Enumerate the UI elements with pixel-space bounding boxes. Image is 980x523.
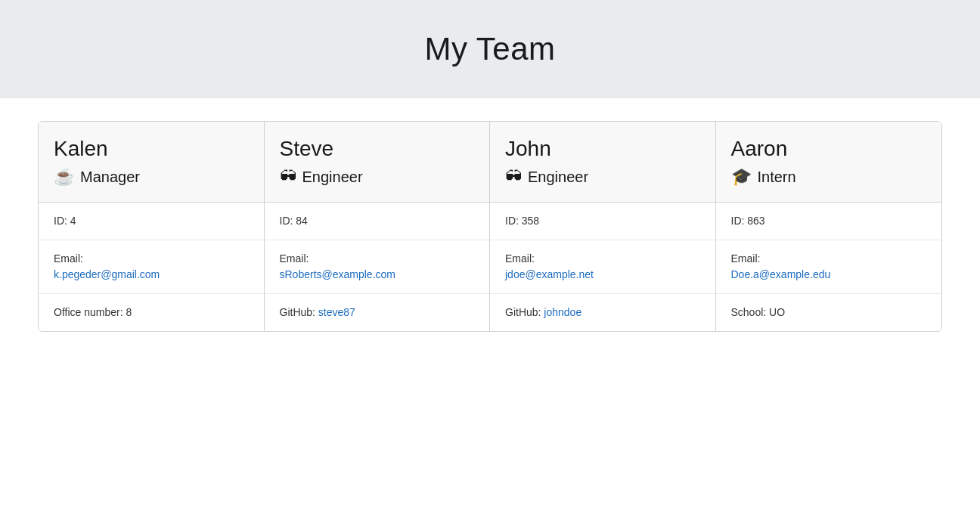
- id-label: ID: 358: [505, 215, 539, 227]
- glasses-icon: 🕶: [505, 167, 522, 187]
- role-label: Engineer: [528, 169, 588, 186]
- card-details: ID: 863 Email: Doe.a@example.edu School:…: [716, 203, 942, 331]
- card-details: ID: 4 Email: k.pegeder@gmail.com Office …: [39, 203, 264, 331]
- email-link[interactable]: k.pegeder@gmail.com: [54, 268, 160, 280]
- extra-link[interactable]: steve87: [318, 306, 355, 318]
- email-row: Email: jdoe@example.net: [490, 240, 715, 294]
- member-role: 🕶 Engineer: [505, 167, 700, 187]
- id-label: ID: 84: [280, 215, 308, 227]
- id-row: ID: 863: [716, 203, 942, 240]
- id-label: ID: 4: [54, 215, 76, 227]
- id-label: ID: 863: [731, 215, 765, 227]
- team-grid: Kalen ☕ Manager ID: 4 Email: k.pegeder@g…: [38, 121, 942, 332]
- email-row: Email: k.pegeder@gmail.com: [39, 240, 264, 294]
- extra-link[interactable]: johndoe: [544, 306, 581, 318]
- extra-row: School: UO: [716, 294, 942, 331]
- role-label: Manager: [80, 169, 140, 186]
- email-link[interactable]: jdoe@example.net: [505, 268, 594, 280]
- extra-label: Office number: 8: [54, 306, 132, 318]
- email-row: Email: sRoberts@example.com: [265, 240, 490, 294]
- member-role: 🕶 Engineer: [280, 167, 475, 187]
- email-link[interactable]: sRoberts@example.com: [280, 268, 396, 280]
- id-row: ID: 358: [490, 203, 715, 240]
- team-card-aaron: Aaron 🎓 Intern ID: 863 Email: Doe.a@exam…: [716, 122, 942, 331]
- email-label: Email:: [731, 252, 761, 265]
- member-role: ☕ Manager: [54, 167, 249, 187]
- role-label: Intern: [758, 169, 796, 186]
- extra-label: GitHub:: [505, 306, 544, 318]
- page-header: My Team: [0, 0, 980, 98]
- team-card-john: John 🕶 Engineer ID: 358 Email: jdoe@exam…: [490, 122, 716, 331]
- card-header: John 🕶 Engineer: [490, 122, 715, 203]
- role-label: Engineer: [302, 169, 363, 186]
- member-name: Aaron: [731, 137, 927, 161]
- email-label: Email:: [280, 252, 309, 265]
- team-card-kalen: Kalen ☕ Manager ID: 4 Email: k.pegeder@g…: [39, 122, 265, 331]
- extra-row: Office number: 8: [39, 294, 264, 331]
- member-role: 🎓 Intern: [731, 167, 927, 187]
- card-details: ID: 84 Email: sRoberts@example.com GitHu…: [265, 203, 490, 331]
- email-label: Email:: [505, 252, 535, 265]
- graduation-cap-icon: 🎓: [731, 167, 752, 187]
- email-row: Email: Doe.a@example.edu: [716, 240, 942, 294]
- card-header: Kalen ☕ Manager: [39, 122, 264, 203]
- card-details: ID: 358 Email: jdoe@example.net GitHub: …: [490, 203, 715, 331]
- extra-label: School: UO: [731, 306, 786, 318]
- main-content: Kalen ☕ Manager ID: 4 Email: k.pegeder@g…: [0, 98, 980, 354]
- card-header: Aaron 🎓 Intern: [716, 122, 942, 203]
- team-card-steve: Steve 🕶 Engineer ID: 84 Email: sRoberts@…: [265, 122, 491, 331]
- card-header: Steve 🕶 Engineer: [265, 122, 490, 203]
- extra-label: GitHub:: [280, 306, 318, 318]
- coffee-icon: ☕: [54, 167, 74, 187]
- page-title: My Team: [424, 31, 555, 67]
- member-name: Steve: [280, 137, 475, 161]
- id-row: ID: 84: [265, 203, 490, 240]
- email-link[interactable]: Doe.a@example.edu: [731, 268, 831, 280]
- glasses-icon: 🕶: [280, 167, 296, 187]
- member-name: Kalen: [54, 137, 249, 161]
- extra-row: GitHub: johndoe: [490, 294, 715, 331]
- email-label: Email:: [54, 252, 83, 265]
- extra-row: GitHub: steve87: [265, 294, 490, 331]
- member-name: John: [505, 137, 700, 161]
- id-row: ID: 4: [39, 203, 264, 240]
